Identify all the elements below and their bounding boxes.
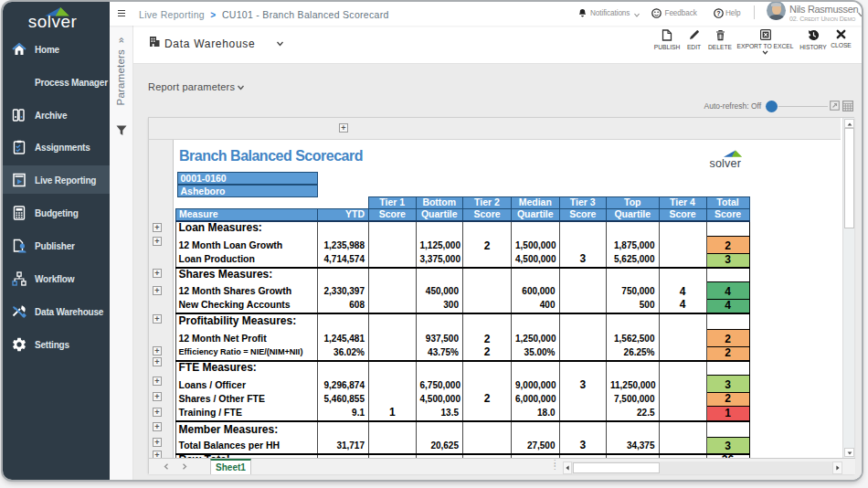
svg-text:?: ? (716, 10, 720, 16)
